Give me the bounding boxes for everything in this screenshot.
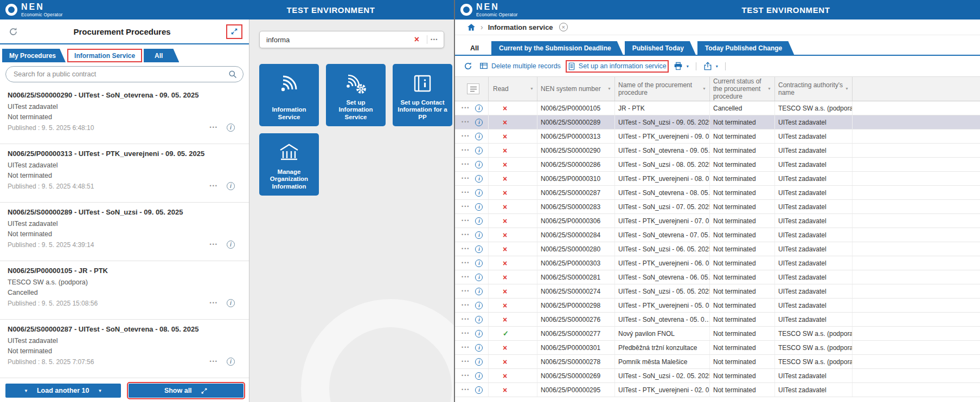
- row-info-icon[interactable]: i: [475, 386, 483, 394]
- row-info-icon[interactable]: i: [475, 147, 483, 154]
- row-more-options-icon[interactable]: •••: [462, 345, 470, 350]
- table-row[interactable]: ••• i × N006/25/S00000289 UITest - SoN_u…: [455, 115, 980, 129]
- column-header-read[interactable]: Read ▼: [489, 77, 537, 101]
- load-more-button[interactable]: ▼ Load another 10 ▼: [5, 384, 121, 398]
- row-more-options-icon[interactable]: •••: [462, 106, 470, 111]
- row-more-options-icon[interactable]: •••: [462, 176, 470, 181]
- tab-information-service[interactable]: Information Service: [67, 49, 142, 62]
- table-row[interactable]: ••• i × N006/25/S00000274 UITest - SoN_u…: [455, 284, 980, 299]
- filter-caret-icon[interactable]: ▼: [528, 87, 534, 91]
- table-row[interactable]: ••• i × N006/25/P00000105 JR - PTK Cance…: [455, 101, 980, 115]
- row-info-icon[interactable]: i: [475, 175, 483, 183]
- more-options-icon[interactable]: •••: [210, 359, 218, 364]
- table-row[interactable]: ••• i × N006/25/P00000298 UITest - PTK_u…: [455, 299, 980, 313]
- procedure-list-item[interactable]: N006/25/P00000105 - JR - PTK TESCO SW a.…: [0, 261, 249, 320]
- more-options-icon[interactable]: •••: [210, 242, 218, 247]
- table-row[interactable]: ••• i × N006/25/P00000301 Předběžná tržn…: [455, 341, 980, 355]
- info-icon[interactable]: i: [227, 124, 235, 132]
- more-options-icon[interactable]: •••: [210, 184, 218, 189]
- column-header-procedure-name[interactable]: Name of the procurement procedure ▼: [615, 77, 710, 101]
- row-info-icon[interactable]: i: [475, 133, 483, 140]
- procedure-list-item[interactable]: N006/25/S00000289 - UITest - SoN_uzsi - …: [0, 203, 249, 261]
- row-info-icon[interactable]: i: [475, 203, 483, 211]
- row-more-options-icon[interactable]: •••: [462, 373, 470, 378]
- table-row[interactable]: ••• i × N006/25/P00000310 UITest - PTK_u…: [455, 172, 980, 186]
- info-icon[interactable]: i: [227, 241, 235, 249]
- table-row[interactable]: ••• i × N006/25/P00000313 UITest - PTK_u…: [455, 129, 980, 144]
- row-more-options-icon[interactable]: •••: [462, 148, 470, 153]
- row-more-options-icon[interactable]: •••: [462, 120, 470, 125]
- refresh-icon[interactable]: [9, 27, 18, 36]
- row-more-options-icon[interactable]: •••: [462, 289, 470, 294]
- print-button[interactable]: ▾: [674, 62, 689, 70]
- row-info-icon[interactable]: i: [475, 358, 483, 366]
- table-row[interactable]: ••• i × N006/25/S00000283 UITest - SoN_u…: [455, 200, 980, 214]
- row-info-icon[interactable]: i: [475, 217, 483, 225]
- row-more-options-icon[interactable]: •••: [462, 261, 470, 265]
- row-more-options-icon[interactable]: •••: [462, 275, 470, 280]
- row-info-icon[interactable]: i: [475, 330, 483, 338]
- row-more-options-icon[interactable]: •••: [462, 317, 470, 322]
- row-more-options-icon[interactable]: •••: [462, 204, 470, 209]
- info-icon[interactable]: i: [227, 358, 235, 366]
- row-info-icon[interactable]: i: [475, 260, 483, 267]
- row-more-options-icon[interactable]: •••: [462, 359, 470, 364]
- filter-caret-icon[interactable]: ▼: [701, 87, 706, 91]
- row-more-options-icon[interactable]: •••: [462, 303, 470, 308]
- table-row[interactable]: ••• i × N006/25/P00000303 UITest - PTK_u…: [455, 256, 980, 270]
- table-row[interactable]: ••• i × N006/25/S00000278 Pomník města M…: [455, 355, 980, 369]
- row-more-options-icon[interactable]: •••: [462, 247, 470, 251]
- row-info-icon[interactable]: i: [475, 288, 483, 295]
- clear-search-icon[interactable]: ×: [410, 35, 424, 44]
- set-up-information-service-button[interactable]: Set up an information service: [568, 62, 667, 70]
- table-row[interactable]: ••• i × N006/25/S00000290 UITest - SoN_o…: [455, 144, 980, 158]
- row-more-options-icon[interactable]: •••: [462, 331, 470, 336]
- column-settings-icon[interactable]: [467, 83, 479, 94]
- row-info-icon[interactable]: i: [475, 302, 483, 309]
- info-icon[interactable]: i: [227, 182, 235, 190]
- row-more-options-icon[interactable]: •••: [462, 232, 470, 237]
- refresh-icon[interactable]: [464, 62, 472, 70]
- row-info-icon[interactable]: i: [475, 189, 483, 197]
- row-more-options-icon[interactable]: •••: [462, 134, 470, 139]
- column-header-nen-system-number[interactable]: NEN system number ▼: [537, 77, 615, 101]
- procedure-list-item[interactable]: N006/25/S00000287 - UITest - SoN_otevren…: [0, 320, 249, 378]
- row-more-options-icon[interactable]: •••: [462, 162, 470, 167]
- row-info-icon[interactable]: i: [475, 105, 483, 112]
- tile-information-service[interactable]: Information Service: [259, 64, 319, 126]
- table-row[interactable]: ••• i × N006/25/P00000306 UITest - PTK_u…: [455, 214, 980, 228]
- row-info-icon[interactable]: i: [475, 245, 483, 253]
- procedure-list-item[interactable]: N006/25/P00000313 - UITest - PTK_uverejn…: [0, 144, 249, 203]
- module-search-box[interactable]: informa × •••: [259, 31, 444, 48]
- export-button[interactable]: ▾: [703, 62, 718, 70]
- row-info-icon[interactable]: i: [475, 316, 483, 323]
- table-row[interactable]: ••• i × N006/25/S00000281 UITest - SoN_o…: [455, 270, 980, 284]
- public-contract-search-input[interactable]: [5, 66, 244, 82]
- more-options-icon[interactable]: •••: [210, 301, 218, 306]
- row-info-icon[interactable]: i: [475, 344, 483, 352]
- table-row[interactable]: ••• i × N006/25/S00000276 UITest - SoN_o…: [455, 313, 980, 327]
- table-row[interactable]: ••• i × N006/25/S00000269 UITest - SoN_u…: [455, 369, 980, 383]
- expand-panel-button[interactable]: [226, 24, 242, 39]
- column-header-authority-name[interactable]: Contracting authority's name ▼: [775, 77, 853, 101]
- tile-manage-organization-information[interactable]: Manage Organization Information: [259, 133, 319, 196]
- table-row[interactable]: ••• i ✓ N006/25/S00000277 Nový pavilon F…: [455, 327, 980, 341]
- tile-set-up-contact-information[interactable]: Set up Contact Information for a PP: [393, 64, 452, 126]
- row-info-icon[interactable]: i: [475, 372, 483, 380]
- close-breadcrumb-icon[interactable]: ×: [559, 23, 568, 31]
- row-more-options-icon[interactable]: •••: [462, 190, 470, 195]
- row-info-icon[interactable]: i: [475, 274, 483, 281]
- filter-caret-icon[interactable]: ▼: [606, 87, 611, 91]
- home-icon[interactable]: [467, 23, 476, 31]
- tab-my-procedures[interactable]: My Procedures: [2, 49, 66, 62]
- tab-published-today[interactable]: Published Today: [625, 41, 696, 55]
- delete-multiple-records-button[interactable]: Delete multiple records: [479, 62, 561, 70]
- filter-caret-icon[interactable]: ▼: [766, 87, 771, 91]
- filter-caret-icon[interactable]: ▼: [843, 87, 849, 91]
- tab-all-records[interactable]: All: [459, 41, 490, 55]
- search-icon[interactable]: [228, 70, 237, 79]
- table-row[interactable]: ••• i × N006/25/S00000284 UITest - SoN_o…: [455, 228, 980, 242]
- row-info-icon[interactable]: i: [475, 161, 483, 168]
- table-row[interactable]: ••• i × N006/25/P00000295 UITest - PTK_u…: [455, 383, 980, 397]
- row-info-icon[interactable]: i: [475, 231, 483, 239]
